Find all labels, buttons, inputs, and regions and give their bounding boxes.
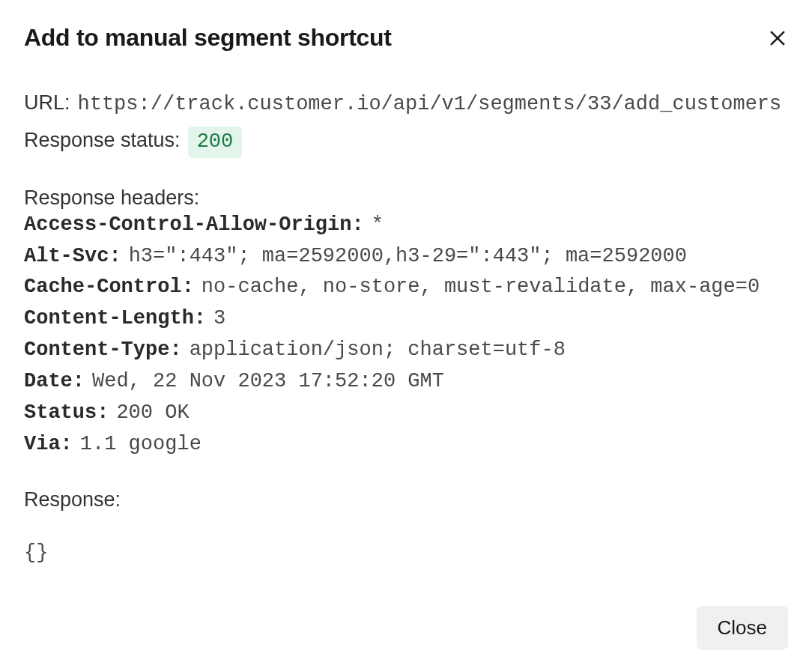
header-line: Access-Control-Allow-Origin:* bbox=[24, 210, 788, 241]
header-value: no-cache, no-store, must-revalidate, max… bbox=[202, 272, 760, 303]
header-key: Via: bbox=[24, 429, 73, 461]
header-value: h3=":443"; ma=2592000,h3-29=":443"; ma=2… bbox=[129, 241, 687, 273]
header-value: application/json; charset=utf-8 bbox=[190, 335, 566, 366]
header-value: 1.1 google bbox=[80, 429, 202, 461]
header-line: Alt-Svc:h3=":443"; ma=2592000,h3-29=":44… bbox=[24, 241, 788, 273]
status-row: Response status: 200 bbox=[24, 125, 788, 158]
close-button[interactable]: Close bbox=[697, 606, 788, 650]
header-value: 3 bbox=[213, 303, 225, 335]
modal-title: Add to manual segment shortcut bbox=[24, 24, 392, 52]
header-key: Cache-Control: bbox=[24, 272, 194, 303]
response-body: {} bbox=[24, 541, 788, 564]
close-icon[interactable] bbox=[767, 28, 788, 49]
response-label: Response: bbox=[24, 488, 788, 511]
url-value: https://track.customer.io/api/v1/segment… bbox=[78, 89, 782, 121]
header-key: Access-Control-Allow-Origin: bbox=[24, 210, 364, 241]
header-line: Via:1.1 google bbox=[24, 429, 788, 461]
header-line: Content-Type:application/json; charset=u… bbox=[24, 335, 788, 366]
url-label: URL: bbox=[24, 88, 70, 119]
header-line: Cache-Control:no-cache, no-store, must-r… bbox=[24, 272, 788, 303]
header-key: Alt-Svc: bbox=[24, 241, 121, 273]
headers-label: Response headers: bbox=[24, 186, 788, 210]
header-line: Status:200 OK bbox=[24, 398, 788, 429]
header-value: Wed, 22 Nov 2023 17:52:20 GMT bbox=[92, 366, 444, 398]
status-label: Response status: bbox=[24, 125, 181, 157]
header-value: 200 OK bbox=[116, 398, 189, 429]
headers-list: Access-Control-Allow-Origin:*Alt-Svc:h3=… bbox=[24, 210, 788, 461]
header-key: Content-Type: bbox=[24, 335, 182, 366]
url-row: URL: https://track.customer.io/api/v1/se… bbox=[24, 88, 788, 121]
status-badge: 200 bbox=[188, 127, 243, 158]
header-key: Content-Length: bbox=[24, 303, 206, 335]
header-value: * bbox=[372, 210, 384, 241]
header-line: Content-Length:3 bbox=[24, 303, 788, 335]
header-key: Date: bbox=[24, 366, 85, 398]
header-line: Date:Wed, 22 Nov 2023 17:52:20 GMT bbox=[24, 366, 788, 398]
header-key: Status: bbox=[24, 398, 109, 429]
